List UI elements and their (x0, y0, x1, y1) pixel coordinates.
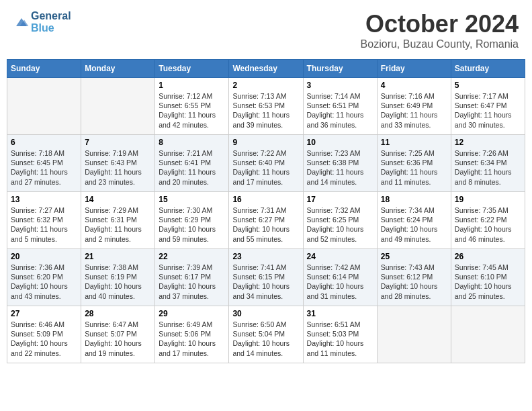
calendar-cell: 11Sunrise: 7:25 AMSunset: 6:36 PMDayligh… (377, 135, 451, 192)
cell-content: Sunrise: 7:13 AMSunset: 6:53 PMDaylight:… (232, 91, 299, 130)
day-number: 31 (307, 309, 373, 318)
cell-content: Sunrise: 7:27 AMSunset: 6:32 PMDaylight:… (11, 205, 77, 244)
day-number: 26 (455, 252, 521, 261)
calendar-cell: 30Sunrise: 6:50 AMSunset: 5:04 PMDayligh… (229, 306, 303, 363)
logo-line1: General (31, 10, 71, 22)
calendar-cell: 18Sunrise: 7:34 AMSunset: 6:24 PMDayligh… (377, 192, 451, 249)
day-number: 11 (381, 138, 447, 147)
day-number: 29 (159, 309, 225, 318)
calendar-week-row: 1Sunrise: 7:12 AMSunset: 6:55 PMDaylight… (7, 78, 525, 135)
cell-content: Sunrise: 6:51 AMSunset: 5:03 PMDaylight:… (307, 320, 373, 358)
calendar-cell: 24Sunrise: 7:42 AMSunset: 6:14 PMDayligh… (303, 249, 377, 306)
day-number: 30 (232, 309, 299, 318)
title-section: October 2024 Bozioru, Buzau County, Roma… (361, 10, 519, 50)
calendar-cell: 22Sunrise: 7:39 AMSunset: 6:17 PMDayligh… (155, 249, 229, 306)
calendar-cell: 21Sunrise: 7:38 AMSunset: 6:19 PMDayligh… (81, 249, 155, 306)
day-number: 8 (159, 138, 225, 147)
cell-content: Sunrise: 7:30 AMSunset: 6:29 PMDaylight:… (159, 205, 225, 244)
calendar-cell: 2Sunrise: 7:13 AMSunset: 6:53 PMDaylight… (229, 78, 303, 135)
day-number: 7 (85, 138, 151, 147)
cell-content: Sunrise: 7:43 AMSunset: 6:12 PMDaylight:… (381, 263, 447, 301)
calendar-week-row: 20Sunrise: 7:36 AMSunset: 6:20 PMDayligh… (7, 249, 525, 306)
calendar-cell (451, 306, 525, 363)
day-number: 18 (381, 195, 447, 204)
cell-content: Sunrise: 6:46 AMSunset: 5:09 PMDaylight:… (11, 320, 77, 358)
calendar-cell: 1Sunrise: 7:12 AMSunset: 6:55 PMDaylight… (155, 78, 229, 135)
day-number: 6 (11, 138, 77, 147)
calendar-table: SundayMondayTuesdayWednesdayThursdayFrid… (7, 59, 525, 363)
cell-content: Sunrise: 7:18 AMSunset: 6:45 PMDaylight:… (11, 148, 77, 187)
cell-content: Sunrise: 7:22 AMSunset: 6:40 PMDaylight:… (232, 148, 299, 187)
calendar-cell: 6Sunrise: 7:18 AMSunset: 6:45 PMDaylight… (7, 135, 81, 192)
calendar-cell: 8Sunrise: 7:21 AMSunset: 6:41 PMDaylight… (155, 135, 229, 192)
calendar-cell: 25Sunrise: 7:43 AMSunset: 6:12 PMDayligh… (377, 249, 451, 306)
cell-content: Sunrise: 7:39 AMSunset: 6:17 PMDaylight:… (159, 263, 225, 301)
cell-content: Sunrise: 6:47 AMSunset: 5:07 PMDaylight:… (85, 320, 151, 358)
cell-content: Sunrise: 7:23 AMSunset: 6:38 PMDaylight:… (307, 148, 373, 187)
day-number: 21 (85, 252, 151, 261)
weekday-header: Sunday (7, 60, 81, 78)
calendar-cell: 16Sunrise: 7:31 AMSunset: 6:27 PMDayligh… (229, 192, 303, 249)
calendar-cell: 27Sunrise: 6:46 AMSunset: 5:09 PMDayligh… (7, 306, 81, 363)
logo-icon (13, 15, 30, 29)
cell-content: Sunrise: 7:29 AMSunset: 6:31 PMDaylight:… (85, 205, 151, 244)
page-header: General Blue October 2024 Bozioru, Buzau… (7, 7, 525, 54)
weekday-header: Saturday (451, 60, 525, 78)
calendar-cell: 7Sunrise: 7:19 AMSunset: 6:43 PMDaylight… (81, 135, 155, 192)
day-number: 20 (11, 252, 77, 261)
calendar-cell: 23Sunrise: 7:41 AMSunset: 6:15 PMDayligh… (229, 249, 303, 306)
cell-content: Sunrise: 7:21 AMSunset: 6:41 PMDaylight:… (159, 148, 225, 187)
cell-content: Sunrise: 7:12 AMSunset: 6:55 PMDaylight:… (159, 91, 225, 130)
day-number: 12 (455, 138, 521, 147)
logo: General Blue (13, 10, 71, 34)
day-number: 15 (159, 195, 225, 204)
cell-content: Sunrise: 6:50 AMSunset: 5:04 PMDaylight:… (232, 320, 299, 358)
cell-content: Sunrise: 7:34 AMSunset: 6:24 PMDaylight:… (381, 205, 447, 244)
calendar-cell: 17Sunrise: 7:32 AMSunset: 6:25 PMDayligh… (303, 192, 377, 249)
day-number: 17 (307, 195, 373, 204)
weekday-header: Thursday (303, 60, 377, 78)
cell-content: Sunrise: 7:38 AMSunset: 6:19 PMDaylight:… (85, 263, 151, 301)
day-number: 27 (11, 309, 77, 318)
day-number: 24 (307, 252, 373, 261)
weekday-header: Friday (377, 60, 451, 78)
calendar-cell: 14Sunrise: 7:29 AMSunset: 6:31 PMDayligh… (81, 192, 155, 249)
cell-content: Sunrise: 7:26 AMSunset: 6:34 PMDaylight:… (455, 148, 521, 187)
weekday-header-row: SundayMondayTuesdayWednesdayThursdayFrid… (7, 60, 525, 78)
cell-content: Sunrise: 7:41 AMSunset: 6:15 PMDaylight:… (232, 263, 299, 301)
calendar-cell: 12Sunrise: 7:26 AMSunset: 6:34 PMDayligh… (451, 135, 525, 192)
cell-content: Sunrise: 7:42 AMSunset: 6:14 PMDaylight:… (307, 263, 373, 301)
calendar-cell: 31Sunrise: 6:51 AMSunset: 5:03 PMDayligh… (303, 306, 377, 363)
day-number: 10 (307, 138, 373, 147)
cell-content: Sunrise: 7:36 AMSunset: 6:20 PMDaylight:… (11, 263, 77, 301)
day-number: 23 (232, 252, 299, 261)
cell-content: Sunrise: 7:17 AMSunset: 6:47 PMDaylight:… (455, 91, 521, 130)
cell-content: Sunrise: 7:19 AMSunset: 6:43 PMDaylight:… (85, 148, 151, 187)
cell-content: Sunrise: 7:35 AMSunset: 6:22 PMDaylight:… (455, 205, 521, 244)
day-number: 25 (381, 252, 447, 261)
calendar-cell: 26Sunrise: 7:45 AMSunset: 6:10 PMDayligh… (451, 249, 525, 306)
calendar-week-row: 6Sunrise: 7:18 AMSunset: 6:45 PMDaylight… (7, 135, 525, 192)
day-number: 2 (232, 81, 299, 90)
weekday-header: Monday (81, 60, 155, 78)
day-number: 3 (307, 81, 373, 90)
calendar-cell (377, 306, 451, 363)
calendar-cell: 15Sunrise: 7:30 AMSunset: 6:29 PMDayligh… (155, 192, 229, 249)
cell-content: Sunrise: 7:45 AMSunset: 6:10 PMDaylight:… (455, 263, 521, 301)
calendar-cell: 19Sunrise: 7:35 AMSunset: 6:22 PMDayligh… (451, 192, 525, 249)
cell-content: Sunrise: 7:14 AMSunset: 6:51 PMDaylight:… (307, 91, 373, 130)
calendar-cell: 10Sunrise: 7:23 AMSunset: 6:38 PMDayligh… (303, 135, 377, 192)
cell-content: Sunrise: 6:49 AMSunset: 5:06 PMDaylight:… (159, 320, 225, 358)
month-title: October 2024 (361, 10, 519, 38)
calendar-cell: 4Sunrise: 7:16 AMSunset: 6:49 PMDaylight… (377, 78, 451, 135)
day-number: 1 (159, 81, 225, 90)
weekday-header: Wednesday (229, 60, 303, 78)
day-number: 22 (159, 252, 225, 261)
calendar-cell: 3Sunrise: 7:14 AMSunset: 6:51 PMDaylight… (303, 78, 377, 135)
calendar-cell: 28Sunrise: 6:47 AMSunset: 5:07 PMDayligh… (81, 306, 155, 363)
cell-content: Sunrise: 7:32 AMSunset: 6:25 PMDaylight:… (307, 205, 373, 244)
calendar-week-row: 27Sunrise: 6:46 AMSunset: 5:09 PMDayligh… (7, 306, 525, 363)
day-number: 28 (85, 309, 151, 318)
calendar-cell: 5Sunrise: 7:17 AMSunset: 6:47 PMDaylight… (451, 78, 525, 135)
calendar-cell: 20Sunrise: 7:36 AMSunset: 6:20 PMDayligh… (7, 249, 81, 306)
